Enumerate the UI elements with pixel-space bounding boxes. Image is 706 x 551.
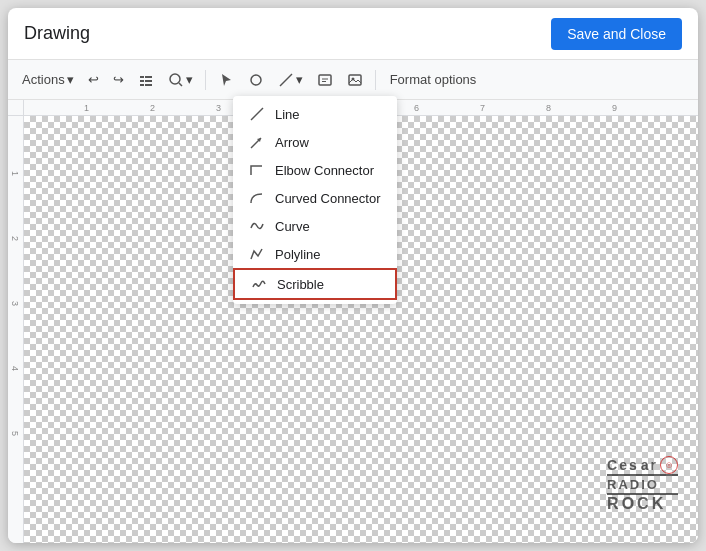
svg-rect-7 — [349, 75, 361, 85]
paint-format-button[interactable] — [132, 68, 160, 92]
zoom-button[interactable]: ▾ — [162, 68, 199, 92]
format-options-label: Format options — [382, 68, 485, 91]
paint-icon — [138, 72, 154, 88]
svg-line-9 — [251, 108, 263, 120]
toolbar: Actions ▾ ↩ ↪ ▾ — [8, 60, 698, 100]
watermark: Ces ar ◎ RADIO ROCK — [607, 456, 678, 513]
dropdown-item-arrow-label: Arrow — [275, 135, 309, 150]
redo-icon: ↪ — [113, 72, 124, 87]
redo-button[interactable]: ↪ — [107, 68, 130, 91]
line-tool-button[interactable]: ▾ — [272, 68, 309, 92]
svg-rect-4 — [319, 75, 331, 85]
line-dropdown-menu: Line Arrow Elbow Connec — [233, 96, 397, 304]
curve-menu-icon — [249, 218, 265, 234]
line-dropdown-arrow: ▾ — [296, 72, 303, 87]
image-icon — [347, 72, 363, 88]
watermark-radio: RADIO — [607, 477, 659, 492]
app-title: Drawing — [24, 23, 90, 44]
actions-dropdown-arrow: ▾ — [67, 72, 74, 87]
scribble-menu-icon — [251, 276, 267, 292]
svg-line-3 — [280, 74, 292, 86]
fingerprint-icon: ◎ — [660, 456, 678, 474]
ruler-vtick-4: 4 — [10, 366, 20, 371]
polyline-menu-icon — [249, 246, 265, 262]
ruler-vtick-5: 5 — [10, 431, 20, 436]
arrow-menu-icon — [249, 134, 265, 150]
actions-button[interactable]: Actions ▾ — [16, 68, 80, 91]
ruler-corner — [8, 100, 24, 116]
elbow-menu-icon — [249, 162, 265, 178]
ruler-vtick-2: 2 — [10, 236, 20, 241]
title-bar: Drawing Save and Close — [8, 8, 698, 60]
svg-point-2 — [251, 75, 261, 85]
undo-icon: ↩ — [88, 72, 99, 87]
dropdown-item-arrow[interactable]: Arrow — [233, 128, 397, 156]
dropdown-item-scribble[interactable]: Scribble — [233, 268, 397, 300]
image-button[interactable] — [341, 68, 369, 92]
dropdown-item-line[interactable]: Line — [233, 100, 397, 128]
watermark-rock: ROCK — [607, 495, 666, 512]
ruler-left: 1 2 3 4 5 — [8, 116, 24, 543]
dropdown-item-curved-connector-label: Curved Connector — [275, 191, 381, 206]
actions-label: Actions — [22, 72, 65, 87]
svg-point-0 — [170, 74, 180, 84]
svg-line-1 — [179, 83, 182, 86]
shapes-icon — [248, 72, 264, 88]
zoom-arrow: ▾ — [186, 72, 193, 87]
dropdown-item-scribble-label: Scribble — [277, 277, 324, 292]
watermark-cesar: Ces — [607, 457, 639, 473]
divider-1 — [205, 70, 206, 90]
dropdown-item-curve[interactable]: Curve — [233, 212, 397, 240]
select-tool-button[interactable] — [212, 68, 240, 92]
dropdown-item-elbow-label: Elbow Connector — [275, 163, 374, 178]
ruler-tick-2: 2 — [150, 103, 155, 113]
curved-connector-menu-icon — [249, 190, 265, 206]
shapes-button[interactable] — [242, 68, 270, 92]
zoom-icon — [168, 72, 184, 88]
ruler-tick-1: 1 — [84, 103, 89, 113]
line-icon — [278, 72, 294, 88]
text-box-button[interactable] — [311, 68, 339, 92]
ruler-tick-3: 3 — [216, 103, 221, 113]
dropdown-item-line-label: Line — [275, 107, 300, 122]
ruler-tick-6: 6 — [414, 103, 419, 113]
dropdown-item-curved-connector[interactable]: Curved Connector — [233, 184, 397, 212]
dropdown-item-polyline[interactable]: Polyline — [233, 240, 397, 268]
dropdown-item-curve-label: Curve — [275, 219, 310, 234]
save-close-button[interactable]: Save and Close — [551, 18, 682, 50]
dropdown-item-polyline-label: Polyline — [275, 247, 321, 262]
cursor-icon — [218, 72, 234, 88]
ruler-vtick-1: 1 — [10, 171, 20, 176]
ruler-tick-9: 9 — [612, 103, 617, 113]
undo-button[interactable]: ↩ — [82, 68, 105, 91]
dropdown-item-elbow[interactable]: Elbow Connector — [233, 156, 397, 184]
ruler-tick-7: 7 — [480, 103, 485, 113]
app-window: Drawing Save and Close Actions ▾ ↩ ↪ ▾ — [8, 8, 698, 543]
textbox-icon — [317, 72, 333, 88]
divider-2 — [375, 70, 376, 90]
ruler-tick-8: 8 — [546, 103, 551, 113]
line-menu-icon — [249, 106, 265, 122]
ruler-vtick-3: 3 — [10, 301, 20, 306]
